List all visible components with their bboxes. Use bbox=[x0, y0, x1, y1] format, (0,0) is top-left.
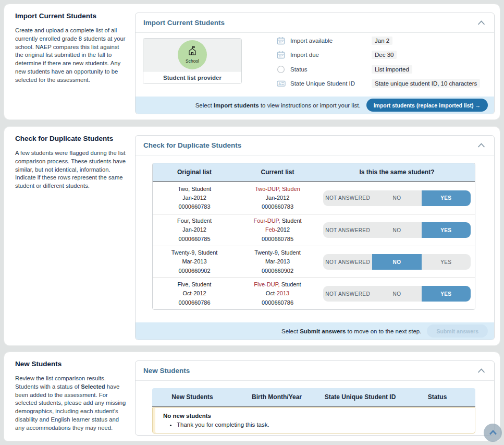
import-available-row: Import available Jan 2 bbox=[277, 33, 487, 48]
duplicate-row: Twenty-9, StudentMar-20130000660902 Twen… bbox=[153, 246, 475, 278]
answer-not-answered-button[interactable]: NOT ANSWERED bbox=[323, 254, 372, 270]
import-section: Import Current Students Create and uploa… bbox=[4, 4, 500, 119]
duplicates-sidebar-text: A few students were flagged during the l… bbox=[15, 149, 128, 190]
duplicate-row: Five, StudentOct-20120000660786 Five-DUP… bbox=[153, 278, 475, 309]
same-student-toggle: NOT ANSWERED NO YES bbox=[323, 254, 471, 270]
import-sidebar-title: Import Current Students bbox=[15, 12, 128, 20]
calendar-icon bbox=[277, 37, 286, 45]
column-header-current-list: Current list bbox=[236, 169, 319, 176]
svg-text:A: A bbox=[278, 82, 281, 86]
new-students-panel: New Students New Students Birth Month/Ye… bbox=[135, 360, 495, 436]
arrow-right-icon: → bbox=[475, 102, 481, 109]
new-students-sidebar-title: New Students bbox=[15, 360, 128, 368]
answer-yes-button[interactable]: YES bbox=[422, 222, 471, 238]
import-footer: Select Import students to view instructi… bbox=[136, 97, 494, 114]
column-header-status: Status bbox=[399, 393, 475, 401]
school-badge: School bbox=[178, 40, 207, 69]
no-new-students-notice: No new students Thank you for completing… bbox=[152, 407, 475, 434]
import-due-row: Import due Dec 30 bbox=[277, 48, 487, 63]
status-row: Status List imported bbox=[277, 62, 487, 77]
provider-caption: Student list provider bbox=[143, 71, 241, 83]
import-panel: Import Current Students bbox=[135, 13, 495, 114]
duplicates-collapse-button[interactable] bbox=[476, 140, 486, 150]
new-students-collapse-button[interactable] bbox=[476, 366, 486, 376]
answer-yes-button[interactable]: YES bbox=[422, 286, 471, 302]
column-header-same-student: Is this the same student? bbox=[319, 169, 475, 176]
new-students-sidebar-text: Review the list comparison results. Stud… bbox=[15, 375, 128, 432]
duplicates-table-header: Original list Current list Is this the s… bbox=[153, 163, 475, 182]
answer-no-button[interactable]: NO bbox=[372, 286, 421, 302]
duplicates-panel-header: Check for Duplicate Students bbox=[136, 136, 494, 155]
calendar-icon bbox=[277, 51, 286, 59]
import-info-rows: Import available Jan 2 Import due Dec 30… bbox=[277, 33, 487, 97]
import-due-label: Import due bbox=[290, 52, 372, 58]
column-header-state-unique-id: State Unique Student ID bbox=[321, 393, 399, 401]
student-list-provider-card: School Student list provider bbox=[143, 38, 242, 84]
import-footer-text: Select Import students to view instructi… bbox=[195, 102, 361, 109]
same-student-toggle: NOT ANSWERED NO YES bbox=[323, 222, 471, 238]
duplicates-panel: Check for Duplicate Students Original li… bbox=[135, 135, 495, 340]
status-value: List imported bbox=[372, 65, 412, 74]
original-cell: Five, StudentOct-20120000660786 bbox=[153, 280, 236, 307]
status-circle-icon bbox=[277, 65, 286, 74]
state-id-label: State Unique Student ID bbox=[290, 80, 372, 87]
duplicates-sidebar: Check for Duplicate Students A few stude… bbox=[4, 127, 135, 345]
import-students-button[interactable]: Import students (replace imported list) … bbox=[366, 99, 488, 112]
submit-answers-button[interactable]: Submit answers bbox=[427, 324, 488, 338]
answer-not-answered-button[interactable]: NOT ANSWERED bbox=[323, 190, 372, 206]
chevron-up-icon bbox=[489, 429, 497, 437]
chevron-up-icon bbox=[477, 141, 485, 149]
school-badge-label: School bbox=[186, 58, 199, 64]
answer-no-button[interactable]: NO bbox=[372, 190, 421, 206]
answer-yes-button[interactable]: YES bbox=[422, 190, 471, 206]
same-student-toggle: NOT ANSWERED NO YES bbox=[323, 190, 471, 206]
import-available-label: Import available bbox=[290, 38, 372, 44]
import-collapse-button[interactable] bbox=[476, 18, 486, 28]
current-cell: Five-DUP, StudentOct-20130000660786 bbox=[236, 280, 319, 307]
duplicates-footer-text: Select Submit answers to move on to the … bbox=[281, 328, 422, 334]
duplicates-section: Check for Duplicate Students A few stude… bbox=[4, 127, 500, 345]
import-sidebar: Import Current Students Create and uploa… bbox=[4, 4, 135, 119]
import-available-value: Jan 2 bbox=[372, 37, 392, 45]
duplicate-table-body: Two, StudentJan-20120000660783 Two-DUP, … bbox=[153, 182, 475, 309]
provider-card-top: School bbox=[143, 39, 241, 71]
duplicates-sidebar-title: Check for Duplicate Students bbox=[15, 135, 128, 142]
import-panel-header: Import Current Students bbox=[136, 13, 494, 33]
new-students-panel-header: New Students bbox=[136, 361, 494, 381]
column-header-new-students: New Students bbox=[152, 393, 232, 401]
school-icon bbox=[187, 46, 198, 58]
scroll-to-top-button[interactable] bbox=[484, 424, 502, 442]
answer-yes-button[interactable]: YES bbox=[422, 254, 471, 270]
duplicates-table: Original list Current list Is this the s… bbox=[152, 163, 475, 310]
notice-title: No new students bbox=[163, 413, 468, 419]
state-id-value: State unique student ID, 10 characters bbox=[372, 79, 480, 88]
answer-no-button[interactable]: NO bbox=[372, 254, 421, 270]
import-due-value: Dec 30 bbox=[372, 51, 397, 59]
duplicates-footer: Select Submit answers to move on to the … bbox=[136, 322, 494, 340]
chevron-up-icon bbox=[477, 19, 485, 27]
answer-not-answered-button[interactable]: NOT ANSWERED bbox=[323, 222, 372, 238]
original-cell: Twenty-9, StudentMar-20130000660902 bbox=[153, 248, 236, 275]
answer-no-button[interactable]: NO bbox=[372, 222, 421, 238]
current-cell: Four-DUP, StudentFeb-20120000660785 bbox=[236, 217, 319, 244]
duplicates-panel-title: Check for Duplicate Students bbox=[143, 141, 241, 149]
original-cell: Two, StudentJan-20120000660783 bbox=[153, 185, 236, 212]
id-card-icon: A bbox=[277, 79, 286, 88]
column-header-original-list: Original list bbox=[153, 169, 236, 176]
import-sidebar-text: Create and upload a complete list of all… bbox=[15, 27, 128, 85]
import-panel-title: Import Current Students bbox=[143, 19, 225, 27]
new-students-panel-title: New Students bbox=[143, 367, 190, 375]
duplicate-row: Four, StudentJan-20120000660785 Four-DUP… bbox=[153, 214, 475, 246]
new-students-sidebar: New Students Review the list comparison … bbox=[4, 352, 135, 441]
current-cell: Twenty-9, StudentMar-20130000660902 bbox=[236, 248, 319, 275]
import-panel-body: School Student list provider Import avai… bbox=[136, 33, 494, 97]
same-student-toggle: NOT ANSWERED NO YES bbox=[323, 286, 471, 302]
column-header-birth-month-year: Birth Month/Year bbox=[232, 393, 321, 401]
status-label: Status bbox=[290, 66, 372, 73]
duplicate-row: Two, StudentJan-20120000660783 Two-DUP, … bbox=[153, 182, 475, 214]
chevron-up-icon bbox=[477, 367, 485, 375]
notice-bullet: Thank you for completing this task. bbox=[177, 422, 468, 428]
new-students-section: New Students Review the list comparison … bbox=[4, 352, 500, 441]
answer-not-answered-button[interactable]: NOT ANSWERED bbox=[323, 286, 372, 302]
original-cell: Four, StudentJan-20120000660785 bbox=[153, 217, 236, 244]
